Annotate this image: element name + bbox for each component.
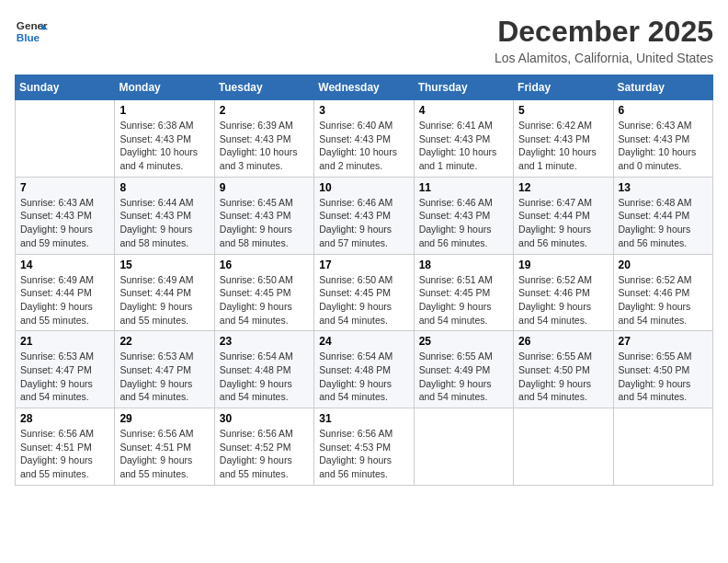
day-info: Sunrise: 6:41 AMSunset: 4:43 PMDaylight:… xyxy=(419,119,508,173)
page-header: General Blue General Blue December 2025 … xyxy=(15,15,713,65)
day-number: 13 xyxy=(619,181,708,194)
calendar-cell: 31Sunrise: 6:56 AMSunset: 4:53 PMDayligh… xyxy=(314,408,414,486)
day-number: 14 xyxy=(20,259,109,271)
calendar-cell: 18Sunrise: 6:51 AMSunset: 4:45 PMDayligh… xyxy=(414,254,513,331)
day-number: 23 xyxy=(220,335,309,348)
day-info: Sunrise: 6:54 AMSunset: 4:48 PMDaylight:… xyxy=(319,350,408,404)
calendar-cell: 16Sunrise: 6:50 AMSunset: 4:45 PMDayligh… xyxy=(214,254,313,331)
day-info: Sunrise: 6:39 AMSunset: 4:43 PMDaylight:… xyxy=(220,119,309,173)
day-info: Sunrise: 6:46 AMSunset: 4:43 PMDaylight:… xyxy=(419,196,508,250)
calendar-cell: 1Sunrise: 6:38 AMSunset: 4:43 PMDaylight… xyxy=(115,100,214,178)
logo-icon: General Blue xyxy=(15,15,48,48)
day-info: Sunrise: 6:38 AMSunset: 4:43 PMDaylight:… xyxy=(119,119,209,173)
day-info: Sunrise: 6:56 AMSunset: 4:51 PMDaylight:… xyxy=(20,427,109,481)
day-number: 3 xyxy=(319,104,408,117)
day-number: 6 xyxy=(619,104,708,117)
calendar-cell xyxy=(414,408,513,486)
calendar-cell: 23Sunrise: 6:54 AMSunset: 4:48 PMDayligh… xyxy=(214,331,313,408)
calendar-cell: 9Sunrise: 6:45 AMSunset: 4:43 PMDaylight… xyxy=(214,177,313,254)
day-info: Sunrise: 6:43 AMSunset: 4:43 PMDaylight:… xyxy=(20,196,109,250)
day-info: Sunrise: 6:48 AMSunset: 4:44 PMDaylight:… xyxy=(619,196,708,250)
day-info: Sunrise: 6:54 AMSunset: 4:48 PMDaylight:… xyxy=(220,350,309,404)
day-number: 22 xyxy=(119,335,209,348)
day-number: 25 xyxy=(419,335,508,348)
day-info: Sunrise: 6:55 AMSunset: 4:50 PMDaylight:… xyxy=(619,350,708,404)
calendar-cell: 8Sunrise: 6:44 AMSunset: 4:43 PMDaylight… xyxy=(115,177,214,254)
day-number: 26 xyxy=(518,335,608,348)
calendar-cell: 6Sunrise: 6:43 AMSunset: 4:43 PMDaylight… xyxy=(613,100,712,178)
calendar-cell: 12Sunrise: 6:47 AMSunset: 4:44 PMDayligh… xyxy=(514,177,613,254)
calendar-cell xyxy=(514,408,613,486)
calendar-cell: 20Sunrise: 6:52 AMSunset: 4:46 PMDayligh… xyxy=(613,254,712,331)
day-info: Sunrise: 6:49 AMSunset: 4:44 PMDaylight:… xyxy=(119,273,209,327)
calendar-cell: 26Sunrise: 6:55 AMSunset: 4:50 PMDayligh… xyxy=(514,331,613,408)
week-row-4: 21Sunrise: 6:53 AMSunset: 4:47 PMDayligh… xyxy=(16,331,713,408)
week-row-2: 7Sunrise: 6:43 AMSunset: 4:43 PMDaylight… xyxy=(16,177,713,254)
day-info: Sunrise: 6:50 AMSunset: 4:45 PMDaylight:… xyxy=(220,273,309,327)
calendar-cell: 13Sunrise: 6:48 AMSunset: 4:44 PMDayligh… xyxy=(613,177,712,254)
day-info: Sunrise: 6:53 AMSunset: 4:47 PMDaylight:… xyxy=(119,350,209,404)
calendar-cell: 21Sunrise: 6:53 AMSunset: 4:47 PMDayligh… xyxy=(16,331,115,408)
day-info: Sunrise: 6:52 AMSunset: 4:46 PMDaylight:… xyxy=(619,273,708,327)
day-info: Sunrise: 6:56 AMSunset: 4:52 PMDaylight:… xyxy=(220,427,309,481)
logo: General Blue General Blue xyxy=(15,15,48,48)
weekday-header-wednesday: Wednesday xyxy=(314,75,414,100)
day-number: 28 xyxy=(20,412,109,425)
day-number: 5 xyxy=(518,104,608,117)
calendar-body: 1Sunrise: 6:38 AMSunset: 4:43 PMDaylight… xyxy=(16,100,713,486)
calendar-cell: 24Sunrise: 6:54 AMSunset: 4:48 PMDayligh… xyxy=(314,331,414,408)
day-number: 29 xyxy=(119,412,209,425)
week-row-1: 1Sunrise: 6:38 AMSunset: 4:43 PMDaylight… xyxy=(16,100,713,178)
day-number: 21 xyxy=(20,335,109,348)
calendar-cell: 28Sunrise: 6:56 AMSunset: 4:51 PMDayligh… xyxy=(16,408,115,486)
calendar-cell: 29Sunrise: 6:56 AMSunset: 4:51 PMDayligh… xyxy=(115,408,214,486)
weekday-header-friday: Friday xyxy=(514,75,613,100)
svg-text:Blue: Blue xyxy=(17,31,40,43)
day-number: 24 xyxy=(319,335,408,348)
calendar-cell: 2Sunrise: 6:39 AMSunset: 4:43 PMDaylight… xyxy=(214,100,313,178)
weekday-header-sunday: Sunday xyxy=(16,75,115,100)
calendar-cell: 5Sunrise: 6:42 AMSunset: 4:43 PMDaylight… xyxy=(514,100,613,178)
day-info: Sunrise: 6:44 AMSunset: 4:43 PMDaylight:… xyxy=(119,196,209,250)
calendar-cell: 11Sunrise: 6:46 AMSunset: 4:43 PMDayligh… xyxy=(414,177,513,254)
week-row-5: 28Sunrise: 6:56 AMSunset: 4:51 PMDayligh… xyxy=(16,408,713,486)
day-number: 11 xyxy=(419,181,508,194)
day-number: 7 xyxy=(20,181,109,194)
calendar-cell: 22Sunrise: 6:53 AMSunset: 4:47 PMDayligh… xyxy=(115,331,214,408)
calendar-cell: 3Sunrise: 6:40 AMSunset: 4:43 PMDaylight… xyxy=(314,100,414,178)
day-number: 12 xyxy=(518,181,608,194)
calendar-cell: 19Sunrise: 6:52 AMSunset: 4:46 PMDayligh… xyxy=(514,254,613,331)
day-number: 31 xyxy=(319,412,408,425)
weekday-header-saturday: Saturday xyxy=(613,75,712,100)
calendar-cell: 7Sunrise: 6:43 AMSunset: 4:43 PMDaylight… xyxy=(16,177,115,254)
day-info: Sunrise: 6:51 AMSunset: 4:45 PMDaylight:… xyxy=(419,273,508,327)
day-number: 4 xyxy=(419,104,508,117)
day-number: 8 xyxy=(119,181,209,194)
day-info: Sunrise: 6:52 AMSunset: 4:46 PMDaylight:… xyxy=(518,273,608,327)
day-number: 17 xyxy=(319,259,408,271)
weekday-header-monday: Monday xyxy=(115,75,214,100)
title-area: December 2025 Los Alamitos, California, … xyxy=(495,15,713,65)
calendar-cell xyxy=(613,408,712,486)
calendar-cell xyxy=(16,100,115,178)
calendar-cell: 14Sunrise: 6:49 AMSunset: 4:44 PMDayligh… xyxy=(16,254,115,331)
day-number: 16 xyxy=(220,259,309,271)
calendar: SundayMondayTuesdayWednesdayThursdayFrid… xyxy=(15,75,713,486)
day-info: Sunrise: 6:56 AMSunset: 4:53 PMDaylight:… xyxy=(319,427,408,481)
day-number: 27 xyxy=(619,335,708,348)
day-info: Sunrise: 6:49 AMSunset: 4:44 PMDaylight:… xyxy=(20,273,109,327)
day-info: Sunrise: 6:55 AMSunset: 4:49 PMDaylight:… xyxy=(419,350,508,404)
day-number: 9 xyxy=(220,181,309,194)
calendar-cell: 25Sunrise: 6:55 AMSunset: 4:49 PMDayligh… xyxy=(414,331,513,408)
weekday-header-row: SundayMondayTuesdayWednesdayThursdayFrid… xyxy=(16,75,713,100)
location: Los Alamitos, California, United States xyxy=(495,51,713,65)
weekday-header-thursday: Thursday xyxy=(414,75,513,100)
day-info: Sunrise: 6:42 AMSunset: 4:43 PMDaylight:… xyxy=(518,119,608,173)
day-number: 30 xyxy=(220,412,309,425)
day-number: 2 xyxy=(220,104,309,117)
day-info: Sunrise: 6:40 AMSunset: 4:43 PMDaylight:… xyxy=(319,119,408,173)
calendar-cell: 17Sunrise: 6:50 AMSunset: 4:45 PMDayligh… xyxy=(314,254,414,331)
day-number: 1 xyxy=(119,104,209,117)
day-number: 10 xyxy=(319,181,408,194)
week-row-3: 14Sunrise: 6:49 AMSunset: 4:44 PMDayligh… xyxy=(16,254,713,331)
